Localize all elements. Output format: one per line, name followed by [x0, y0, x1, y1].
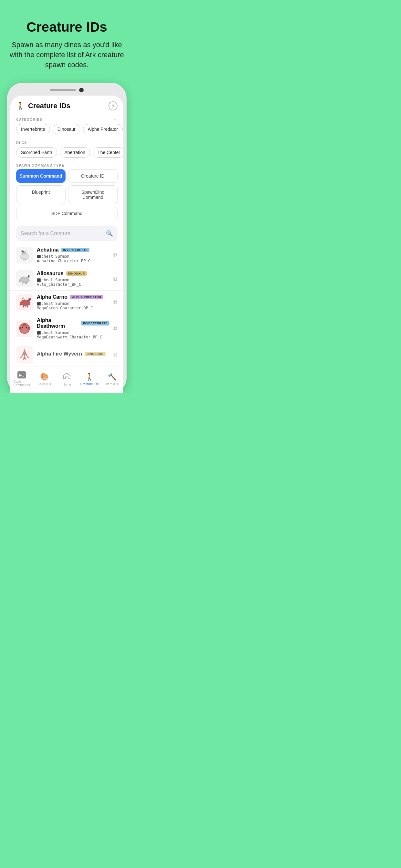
nav-icon-hammer: 🔨: [108, 373, 117, 381]
creature-name-achatina: Achatina: [37, 247, 59, 253]
dlcs-label: DLCS →: [10, 137, 123, 147]
copy-btn-alpha-fire-wyvern[interactable]: ⧉: [113, 351, 118, 358]
creature-name-alpha-deathworm: Alpha Deathworm: [37, 317, 79, 329]
creature-list: Achatina INVERTEBRATE ⬛cheat Summon Acha…: [10, 242, 123, 368]
creature-badge-alpha-fire-wyvern: DINOSAUR: [85, 352, 105, 356]
copy-btn-allosaurus[interactable]: ⧉: [113, 275, 118, 282]
phone-notch: [10, 88, 123, 92]
svg-point-6: [26, 327, 27, 329]
nav-item-admin-commands[interactable]: ▶_ AdminCommands: [10, 371, 33, 387]
nav-icon-person: 🚶: [85, 373, 94, 381]
app-header: 🚶 Creature IDs ?: [10, 96, 123, 114]
nav-label-home: Home: [63, 383, 71, 386]
creature-cmd-achatina: ⬛cheat Summon Achatina_Character_BP_C: [37, 254, 110, 263]
person-icon: 🚶: [16, 102, 25, 110]
copy-btn-alpha-deathworm[interactable]: ⧉: [113, 325, 118, 332]
dlcs-arrow: →: [113, 140, 118, 145]
phone-camera: [79, 88, 84, 92]
dlcs-chips: Scorched Earth Aberration The Center Rag…: [10, 147, 123, 161]
creature-item-achatina[interactable]: Achatina INVERTEBRATE ⬛cheat Summon Acha…: [10, 244, 123, 267]
nav-item-creature-ids[interactable]: 🚶 Creature IDs: [78, 373, 101, 386]
spawn-type-grid: Summon Command Creature ID Blueprint Spa…: [10, 169, 123, 223]
creature-badge-alpha-carno: ALPHA PREDATOR: [70, 295, 103, 299]
nav-item-item-ids[interactable]: 🔨 Item IDs: [101, 373, 123, 386]
chip-scorched-earth[interactable]: Scorched Earth: [16, 147, 57, 158]
creature-thumb-alpha-carno: [16, 294, 33, 311]
hero-subtitle: Spawn as many dinos as you'd like with t…: [10, 40, 124, 70]
nav-item-home[interactable]: Home: [56, 372, 78, 386]
nav-icon-terminal: ▶_: [18, 371, 26, 378]
creature-name-row-alpha-fire-wyvern: Alpha Fire Wyvern DINOSAUR: [37, 351, 110, 357]
chip-alpha-predator[interactable]: Alpha Predator: [83, 124, 123, 134]
categories-arrow: →: [113, 117, 118, 122]
categories-chips: Invertebrate Dinosaur Alpha Predator Fan…: [10, 124, 123, 137]
nav-label-creature-ids: Creature IDs: [81, 382, 99, 386]
nav-label-color-ids: Color IDs: [37, 382, 51, 386]
creature-name-row-achatina: Achatina INVERTEBRATE: [37, 247, 110, 253]
creature-cmd-allosaurus: ⬛cheat Summon Allo_Character_BP_C: [37, 278, 110, 287]
search-bar[interactable]: Search for a Creature 🔍: [16, 226, 118, 241]
chip-dinosaur[interactable]: Dinosaur: [53, 124, 81, 134]
creature-item-alpha-deathworm[interactable]: Alpha Deathworm INVERTEBRATE ⬛cheat Summ…: [10, 314, 123, 343]
creature-name-row-alpha-carno: Alpha Carno ALPHA PREDATOR: [37, 294, 110, 300]
phone-pill: [50, 89, 76, 91]
creature-info-alpha-deathworm: Alpha Deathworm INVERTEBRATE ⬛cheat Summ…: [37, 317, 110, 339]
chip-aberration[interactable]: Aberration: [60, 147, 90, 158]
hero-title: Creature IDs: [10, 20, 124, 35]
search-icon: 🔍: [106, 230, 113, 237]
creature-name-allosaurus: Allosaurus: [37, 271, 64, 276]
app-header-left: 🚶 Creature IDs: [16, 102, 70, 110]
creature-thumb-alpha-fire-wyvern: [16, 346, 33, 363]
chip-the-center[interactable]: The Center: [93, 147, 123, 158]
spawn-btn-sdf[interactable]: SDF Command: [16, 207, 118, 220]
copy-btn-alpha-carno[interactable]: ⧉: [113, 299, 118, 306]
help-button[interactable]: ?: [109, 101, 118, 111]
svg-point-2: [28, 275, 29, 277]
creature-name-row-allosaurus: Allosaurus DINOSAUR: [37, 271, 110, 276]
spawn-btn-summon[interactable]: Summon Command: [16, 169, 66, 183]
creature-name-alpha-carno: Alpha Carno: [37, 294, 67, 300]
svg-point-5: [22, 327, 23, 329]
nav-icon-palette: 🎨: [40, 373, 49, 381]
nav-item-color-ids[interactable]: 🎨 Color IDs: [33, 373, 56, 386]
chip-invertebrate[interactable]: Invertebrate: [16, 124, 50, 134]
creature-info-allosaurus: Allosaurus DINOSAUR ⬛cheat Summon Allo_C…: [37, 271, 110, 287]
creature-info-achatina: Achatina INVERTEBRATE ⬛cheat Summon Acha…: [37, 247, 110, 263]
copy-btn-achatina[interactable]: ⧉: [113, 252, 118, 259]
creature-item-alpha-fire-wyvern[interactable]: Alpha Fire Wyvern DINOSAUR ⧉: [10, 343, 123, 367]
creature-badge-achatina: INVERTEBRATE: [61, 248, 90, 252]
creature-badge-alpha-deathworm: INVERTEBRATE: [81, 321, 110, 326]
phone-screen: 🚶 Creature IDs ? CATEGORIES → Invertebra…: [10, 96, 123, 393]
hero-section: Creature IDs Spawn as many dinos as you'…: [0, 0, 134, 83]
svg-point-3: [28, 299, 30, 300]
creature-name-alpha-fire-wyvern: Alpha Fire Wyvern: [37, 351, 82, 357]
creature-name-row-alpha-deathworm: Alpha Deathworm INVERTEBRATE: [37, 317, 110, 329]
nav-label-admin-commands: AdminCommands: [13, 380, 30, 387]
categories-label: CATEGORIES →: [10, 114, 123, 124]
creature-badge-allosaurus: DINOSAUR: [66, 271, 87, 276]
creature-info-alpha-fire-wyvern: Alpha Fire Wyvern DINOSAUR: [37, 351, 110, 358]
app-title: Creature IDs: [28, 102, 70, 110]
creature-cmd-alpha-carno: ⬛cheat Summon MegaCarno_Character_BP_C: [37, 301, 110, 310]
phone-mockup: 🚶 Creature IDs ? CATEGORIES → Invertebra…: [7, 83, 127, 393]
spawn-type-label: SPAWN COMMAND TYPE: [10, 161, 123, 169]
spawn-btn-blueprint[interactable]: Blueprint: [16, 185, 66, 204]
creature-thumb-achatina: [16, 247, 33, 264]
creature-item-allosaurus[interactable]: Allosaurus DINOSAUR ⬛cheat Summon Allo_C…: [10, 267, 123, 290]
creature-thumb-alpha-deathworm: [16, 320, 33, 337]
spawn-btn-spawndino[interactable]: SpawnDino Command: [68, 185, 118, 204]
search-placeholder: Search for a Creature: [21, 230, 103, 237]
bottom-nav: ▶_ AdminCommands 🎨 Color IDs Home 🚶 Crea…: [10, 368, 123, 393]
creature-cmd-alpha-deathworm: ⬛cheat Summon MegaDeathworm_Character_BP…: [37, 330, 110, 339]
creature-item-alpha-carno[interactable]: Alpha Carno ALPHA PREDATOR ⬛cheat Summon…: [10, 290, 123, 314]
creature-thumb-allosaurus: [16, 270, 33, 287]
spawn-btn-creature-id[interactable]: Creature ID: [68, 169, 118, 183]
nav-icon-home: [63, 372, 71, 381]
nav-label-item-ids: Item IDs: [106, 382, 118, 386]
creature-info-alpha-carno: Alpha Carno ALPHA PREDATOR ⬛cheat Summon…: [37, 294, 110, 310]
